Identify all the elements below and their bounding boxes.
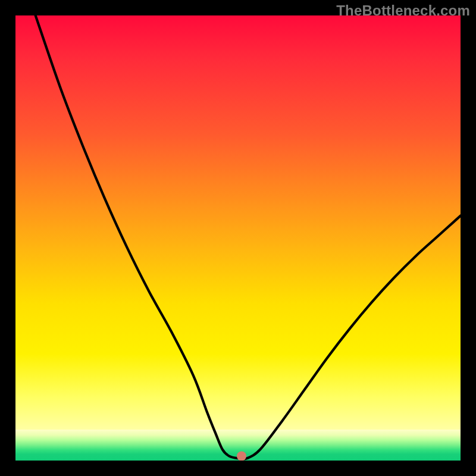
bottleneck-curve-path: [36, 15, 461, 459]
watermark-text: TheBottleneck.com: [336, 2, 470, 19]
plot-area: [15, 15, 461, 461]
outer-black-frame: TheBottleneck.com: [0, 0, 476, 476]
vertex-marker: [237, 452, 246, 461]
chart-svg: [15, 15, 461, 461]
